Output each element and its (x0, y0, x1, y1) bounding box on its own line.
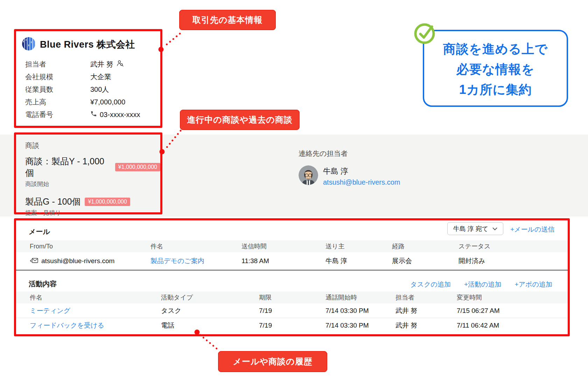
dropdown-value: 牛島 淳 宛て (453, 225, 488, 233)
field-label: 会社規模 (25, 72, 90, 82)
activity-owner: 武井 努 (396, 306, 457, 315)
activity-call-start: 7/14 03:30 PM (326, 322, 396, 329)
chevron-down-icon (492, 225, 497, 232)
phone-icon (90, 110, 97, 119)
mail-section-title: メール (29, 227, 50, 236)
deal-item: 製品G - 100個 ¥1,000,000,000 提案・見積り (25, 196, 160, 217)
field-row-owner: 担当者 武井 努 (25, 58, 155, 70)
mail-status: 開封済み (458, 256, 568, 266)
company-header: Blue Rivers 株式会社 (22, 37, 155, 52)
contact-email-link[interactable]: atsushi@blue-rivers.com (323, 178, 400, 186)
field-label: 売上高 (25, 97, 90, 107)
contact-section: 連絡先の担当者 (299, 149, 400, 186)
column-header: 担当者 (396, 293, 457, 302)
callout-basic-info: 取引先の基本情報 (179, 10, 276, 30)
deal-stage: 提案・見積り (25, 209, 160, 217)
activity-call-start: 7/14 03:30 PM (326, 307, 396, 315)
activity-section-title: 活動内容 (29, 279, 57, 289)
mail-activity-panel: メール 牛島 淳 宛て +メールの送信 From/To 件名 送信時間 送り主 … (14, 218, 570, 336)
company-fields: 担当者 武井 努 会社規模 大企業 (25, 58, 155, 121)
field-row-employees: 従業員数 300人 (25, 83, 155, 96)
highlight-line: 商談を進める上で (424, 39, 567, 59)
activity-subject-link[interactable]: ミーティング (30, 307, 70, 314)
deals-card-title: 商談 (25, 141, 160, 150)
mail-table-row: atsushi@blue-rivers.com 製品デモのご案内 11:38 A… (16, 252, 568, 270)
callout-deals: 進行中の商談や過去の商談 (180, 110, 300, 130)
deal-name: 商談：製品Y - 1,000個 (25, 156, 111, 179)
field-value: 300人 (90, 85, 109, 94)
column-header: 変更時間 (457, 293, 568, 302)
deal-stage: 商談開始 (25, 180, 160, 188)
activity-owner: 武井 努 (396, 321, 457, 330)
activity-subject-link[interactable]: フィードバックを受ける (30, 322, 104, 329)
column-header: 活動タイプ (161, 293, 259, 302)
field-row-revenue: 売上高 ¥7,000,000 (25, 96, 155, 108)
deal-name: 製品G - 100個 (25, 196, 80, 207)
company-card: Blue Rivers 株式会社 担当者 武井 努 (14, 29, 162, 128)
company-name: Blue Rivers 株式会社 (40, 38, 135, 51)
mail-subject-link[interactable]: 製品デモのご案内 (150, 257, 204, 265)
mail-table-header: From/To 件名 送信時間 送り主 経路 ステータス (16, 240, 568, 252)
column-header: 通話開始時 (326, 293, 396, 302)
activity-links: タスクの追加 +活動の追加 +アポの追加 (410, 280, 552, 289)
mail-filter-dropdown[interactable]: 牛島 淳 宛て (447, 222, 503, 235)
add-task-link[interactable]: タスクの追加 (410, 280, 451, 289)
column-header: 期限 (259, 293, 326, 302)
field-label: 従業員数 (25, 85, 90, 94)
add-activity-link[interactable]: +活動の追加 (464, 280, 502, 289)
contact-section-title: 連絡先の担当者 (299, 149, 400, 158)
column-header: 送信時間 (241, 242, 326, 251)
field-row-phone: 電話番号 03-xxxx-xxxx (25, 108, 155, 121)
mail-time: 11:38 AM (241, 257, 326, 265)
activity-type: 電話 (161, 321, 259, 330)
deal-item: 商談：製品Y - 1,000個 ¥1,000,000,000 商談開始 (25, 156, 160, 188)
send-mail-link[interactable]: +メールの送信 (510, 225, 554, 234)
deal-amount-badge: ¥1,000,000,000 (115, 163, 160, 171)
field-value: ¥7,000,000 (90, 98, 125, 106)
activity-updated: 7/11 06:42 AM (457, 322, 568, 329)
callout-history: メールや商談の履歴 (218, 351, 327, 372)
activity-type: タスク (161, 306, 259, 315)
column-header: From/To (30, 243, 150, 250)
activity-table-row: フィードバックを受ける 電話 7/19 7/14 03:30 PM 武井 努 7… (16, 318, 568, 333)
highlight-line: 必要な情報を (424, 59, 567, 80)
contact-name: 牛島 淳 (323, 165, 400, 177)
add-appointment-link[interactable]: +アポの追加 (515, 280, 552, 289)
field-label: 電話番号 (25, 110, 90, 119)
mail-sender: 牛島 淳 (326, 256, 392, 266)
activity-table-header: 件名 活動タイプ 期限 通話開始時 担当者 変更時間 (16, 292, 568, 303)
column-header: 件名 (30, 293, 161, 302)
highlight-line: 1カ所に集約 (424, 80, 567, 100)
column-header: 件名 (150, 242, 241, 251)
deals-card: 商談 商談：製品Y - 1,000個 ¥1,000,000,000 商談開始 製… (14, 132, 162, 214)
activity-due: 7/19 (259, 322, 326, 329)
field-value: 03-xxxx-xxxx (100, 111, 140, 119)
contact-avatar (299, 165, 318, 185)
field-label: 担当者 (25, 60, 90, 69)
highlight-box: 商談を進める上で 必要な情報を 1カ所に集約 (423, 30, 568, 107)
activity-table-row: ミーティング タスク 7/19 7/14 03:30 PM 武井 努 7/15 … (16, 303, 568, 318)
check-circle-icon (413, 22, 437, 46)
activity-updated: 7/15 06:27 AM (457, 307, 568, 315)
company-logo-icon (22, 37, 36, 52)
column-header: 経路 (392, 242, 458, 251)
deal-amount-badge: ¥1,000,000,000 (85, 198, 130, 206)
column-header: ステータス (458, 242, 568, 251)
field-value: 大企業 (90, 72, 111, 82)
mail-reply-icon (30, 257, 38, 265)
crm-annotated-screenshot: Blue Rivers 株式会社 担当者 武井 努 (0, 0, 588, 384)
person-search-icon[interactable] (116, 60, 124, 69)
column-header: 送り主 (326, 242, 392, 251)
field-row-size: 会社規模 大企業 (25, 70, 155, 83)
mail-route: 展示会 (392, 256, 458, 266)
field-value: 武井 努 (90, 60, 113, 69)
activity-due: 7/19 (259, 307, 326, 315)
mail-address: atsushi@blue-rivers.com (41, 257, 114, 265)
